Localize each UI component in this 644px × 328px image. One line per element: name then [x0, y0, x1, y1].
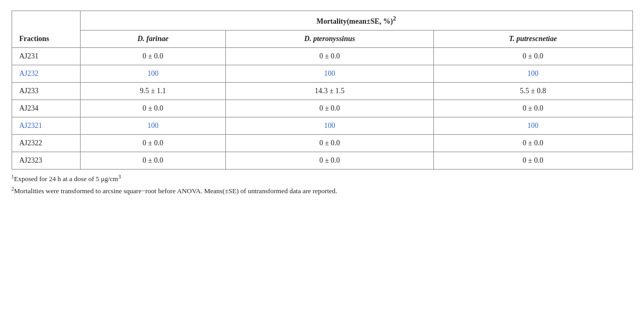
fraction-cell: AJ2321	[12, 117, 80, 134]
d-farinae-cell: 100	[80, 117, 226, 134]
d-pteronyssinus-cell: 100	[226, 65, 433, 82]
fraction-cell: AJ234	[12, 100, 80, 117]
t-putrescnetiae-cell: 100	[433, 117, 632, 134]
t-putrescnetiae-cell: 0 ± 0.0	[433, 134, 632, 152]
sub-header-t-putrescnetiae: T. putrescnetiae	[433, 30, 632, 47]
d-farinae-cell: 9.5 ± 1.1	[80, 82, 226, 100]
mortality-main-header: Mortality(mean±SE, %)2	[80, 11, 632, 31]
fraction-cell: AJ233	[12, 82, 80, 100]
table-row: AJ23230 ± 0.00 ± 0.00 ± 0.0	[12, 152, 632, 169]
d-pteronyssinus-cell: 0 ± 0.0	[226, 152, 433, 169]
fraction-cell: AJ2322	[12, 134, 80, 152]
d-pteronyssinus-cell: 0 ± 0.0	[226, 100, 433, 117]
t-putrescnetiae-cell: 100	[433, 65, 632, 82]
table-row: AJ2321100100100	[12, 117, 632, 134]
fraction-cell: AJ2323	[12, 152, 80, 169]
table-row: AJ2310 ± 0.00 ± 0.00 ± 0.0	[12, 47, 632, 65]
d-pteronyssinus-cell: 100	[226, 117, 433, 134]
d-farinae-cell: 0 ± 0.0	[80, 134, 226, 152]
sub-header-d-farinae: D. farinae	[80, 30, 226, 47]
t-putrescnetiae-cell: 0 ± 0.0	[433, 47, 632, 65]
table-row: AJ2339.5 ± 1.114.3 ± 1.55.5 ± 0.8	[12, 82, 632, 100]
main-container: Fractions Mortality(mean±SE, %)2 D. fari…	[12, 11, 633, 197]
sub-header-d-pteronyssinus: D. pteronyssinus	[226, 30, 433, 47]
d-farinae-cell: 0 ± 0.0	[80, 100, 226, 117]
t-putrescnetiae-cell: 5.5 ± 0.8	[433, 82, 632, 100]
footnote-1: 1Exposed for 24 h at a dose of 5 μg/cm3	[12, 173, 633, 185]
fraction-header: Fractions	[12, 11, 80, 48]
d-pteronyssinus-cell: 14.3 ± 1.5	[226, 82, 433, 100]
fraction-cell: AJ232	[12, 65, 80, 82]
t-putrescnetiae-cell: 0 ± 0.0	[433, 152, 632, 169]
footnotes: 1Exposed for 24 h at a dose of 5 μg/cm3 …	[12, 173, 633, 197]
mortality-header-text: Mortality(mean±SE, %)2	[316, 17, 396, 25]
table-row: AJ232100100100	[12, 65, 632, 82]
d-farinae-cell: 0 ± 0.0	[80, 47, 226, 65]
fraction-label: Fractions	[19, 35, 49, 43]
footnote-1-exponent: 3	[118, 174, 121, 180]
footnote-2: 2Mortalities were transformed to arcsine…	[12, 185, 633, 197]
d-farinae-cell: 0 ± 0.0	[80, 152, 226, 169]
table-row: AJ2340 ± 0.00 ± 0.00 ± 0.0	[12, 100, 632, 117]
fraction-cell: AJ231	[12, 47, 80, 65]
mortality-table: Fractions Mortality(mean±SE, %)2 D. fari…	[12, 11, 633, 170]
d-pteronyssinus-cell: 0 ± 0.0	[226, 134, 433, 152]
d-farinae-cell: 100	[80, 65, 226, 82]
t-putrescnetiae-cell: 0 ± 0.0	[433, 100, 632, 117]
table-row: AJ23220 ± 0.00 ± 0.00 ± 0.0	[12, 134, 632, 152]
d-pteronyssinus-cell: 0 ± 0.0	[226, 47, 433, 65]
